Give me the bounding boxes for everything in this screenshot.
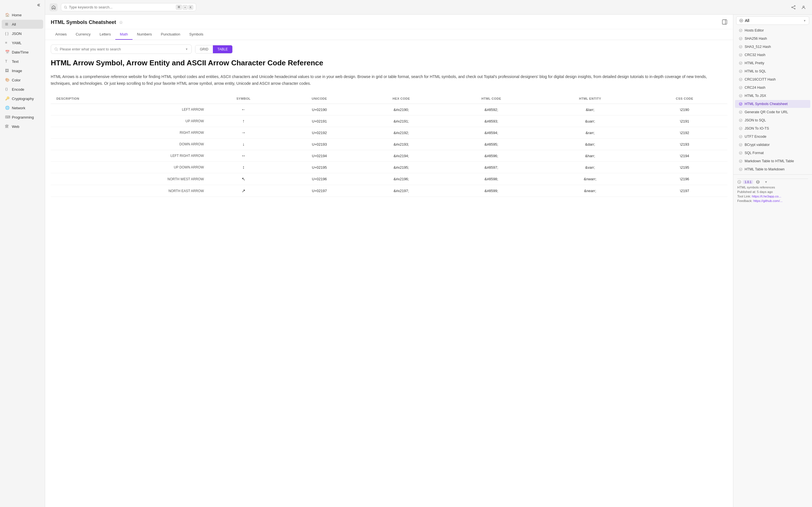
panel-category-dropdown[interactable]: All ▼ (736, 16, 809, 25)
panel-item-html-to-sql[interactable]: HTML to SQL (735, 67, 810, 75)
tab-currency[interactable]: Currency (71, 29, 95, 40)
sidebar-item-home[interactable]: 🏠Home (2, 10, 43, 19)
panel-dropdown-arrow: ▼ (803, 19, 806, 22)
panel-item-sha3-512[interactable]: SHA3_512 Hash (735, 43, 810, 51)
sidebar-item-programming[interactable]: ⌨Programming (2, 113, 43, 122)
panel-item-json-to-sql[interactable]: JSON to SQL (735, 116, 810, 124)
grid-view-button[interactable]: GRID (195, 45, 213, 53)
feedback-url[interactable]: https://github.com/... (753, 199, 783, 203)
panel-item-bcrypt[interactable]: BCrypt validator (735, 141, 810, 149)
sidebar-item-datetime[interactable]: 📅Date/Time (2, 48, 43, 57)
sidebar-item-cryptography[interactable]: 🔑Cryptography (2, 94, 43, 103)
tool-description: HTML symbols references (737, 186, 808, 189)
sidebar-label-home: Home (12, 13, 22, 17)
sidebar-item-color[interactable]: 🎨Color (2, 75, 43, 84)
panel-item-html-to-md-table[interactable]: HTML Table to Markdown (735, 165, 810, 173)
sidebar-item-json[interactable]: { }JSON (2, 29, 43, 38)
svg-point-1 (795, 5, 795, 6)
panel-item-icon (739, 102, 742, 106)
tool-link-row: Tool Link: https://t.he3app.co... (737, 194, 808, 198)
table-cell-code: &rarr; (539, 127, 642, 138)
sidebar-icon-network: 🌐 (5, 106, 10, 110)
table-row[interactable]: RIGHT ARROW→U+02192&#x2192;&#8594;&rarr;… (51, 127, 727, 138)
tab-symbols[interactable]: Symbols (185, 29, 208, 40)
topbar-search-input[interactable] (69, 5, 174, 9)
table-cell-code: U+02191 (280, 115, 358, 127)
panel-expand-button[interactable]: ▼ (764, 180, 767, 184)
tabs-bar: ArrowsCurrencyLettersMathNumbersPunctuat… (45, 29, 733, 40)
share-button[interactable] (790, 3, 797, 11)
content-search-bar[interactable]: ▼ (51, 45, 192, 54)
panel-item-label: BCrypt validator (745, 143, 770, 147)
table-row[interactable]: UP ARROW↑U+02191&#x2191;&#8593;&uarr;\21… (51, 115, 727, 127)
panel-item-sql-format[interactable]: SQL Format (735, 149, 810, 157)
panel-item-icon (739, 127, 742, 130)
panel-toggle-button[interactable] (722, 19, 727, 25)
sidebar-item-network[interactable]: 🌐Network (2, 103, 43, 112)
panel-item-html-symbols[interactable]: HTML Symbols Cheatsheet (735, 100, 810, 108)
panel-item-crc32[interactable]: CRC32 Hash (735, 51, 810, 59)
table-row[interactable]: DOWN ARROW↓U+02193&#x2193;&#8595;&darr;\… (51, 138, 727, 150)
panel-item-label: CRC24 Hash (745, 86, 765, 90)
search-view-row: ▼ GRID TABLE (45, 40, 733, 58)
sidebar-item-all[interactable]: ⊞All (2, 20, 43, 29)
table-row[interactable]: UP DOWN ARROW↕U+02195&#x2195;&#8597;&var… (51, 162, 727, 173)
table-cell-code: &#x2191; (358, 115, 444, 127)
panel-item-hosts-editor[interactable]: Hosts Editor (735, 26, 810, 34)
content-search-icon (54, 47, 58, 51)
content-search-input[interactable] (60, 47, 184, 51)
sidebar-icon-all: ⊞ (5, 22, 10, 26)
panel-item-html-pretty[interactable]: HTML Pretty (735, 59, 810, 67)
table-view-button[interactable]: TABLE (213, 45, 232, 53)
panel-item-md-to-html-table[interactable]: Markdown Table to HTML Table (735, 157, 810, 165)
topbar-search-bar[interactable]: ⌘ + K (61, 3, 196, 11)
account-button[interactable] (800, 3, 808, 11)
panel-item-sha256[interactable]: SHA256 Hash (735, 35, 810, 43)
table-row[interactable]: LEFT ARROW←U+02190&#x2190;&#8592;&larr;\… (51, 104, 727, 115)
panel-item-crc16ccitt[interactable]: CRC16CCITT Hash (735, 75, 810, 83)
published-date: Published at: 5 days ago (737, 190, 808, 193)
tab-arrows[interactable]: Arrows (51, 29, 71, 40)
table-row[interactable]: LEFT RIGHT ARROW↔U+02194&#x2194;&#8596;&… (51, 150, 727, 162)
panel-item-utf7-encode[interactable]: UTF7 Encode (735, 133, 810, 140)
favorite-button[interactable]: ☆ (119, 20, 123, 25)
table-header-html-entity: HTML ENTITY (539, 94, 642, 104)
topbar: ⌘ + K (45, 0, 812, 15)
table-row[interactable]: NORTH WEST ARROW↖U+02196&#x2196;&#8598;&… (51, 173, 727, 185)
panel-toggle-icon (722, 19, 727, 25)
panel-item-crc24[interactable]: CRC24 Hash (735, 83, 810, 92)
table-cell-code: \2193 (642, 138, 727, 150)
panel-item-label: HTML Symbols Cheatsheet (745, 102, 788, 106)
panel-item-label: SQL Format (745, 151, 764, 155)
table-header-css-code: CSS CODE (642, 94, 727, 104)
kbd-cmd: ⌘ (176, 5, 182, 10)
panel-item-json-to-io-ts[interactable]: JSON To IO-TS (735, 124, 810, 132)
table-cell-code: &#8592; (444, 104, 539, 115)
sidebar-item-encode[interactable]: ⟨⟩Encode (2, 85, 43, 94)
table-row[interactable]: NORTH EAST ARROW↗U+02197&#x2197;&#8599;&… (51, 185, 727, 197)
sidebar-icon-web: 🕸 (5, 124, 10, 129)
sidebar-icon-home: 🏠 (5, 13, 10, 17)
tab-punctuation[interactable]: Punctuation (156, 29, 185, 40)
sidebar-item-yaml[interactable]: ≡YAML (2, 38, 43, 47)
sidebar-item-text[interactable]: TText (2, 57, 43, 66)
table-header-description: DESCRIPTION (51, 94, 207, 104)
sidebar-item-image[interactable]: 🖼Image (2, 66, 43, 75)
tool-link-url[interactable]: https://t.he3app.co... (752, 194, 781, 198)
table-header-hex-code: HEX CODE (358, 94, 444, 104)
table-cell-code: U+02193 (280, 138, 358, 150)
sidebar-label-programming: Programming (12, 115, 34, 119)
collapse-icon (37, 3, 42, 7)
table-cell-description: DOWN ARROW (51, 138, 207, 150)
page-header: HTML Symbols Cheatsheet ☆ (45, 15, 733, 29)
home-button[interactable] (50, 3, 57, 11)
panel-item-icon (739, 86, 742, 89)
sidebar-item-web[interactable]: 🕸Web (2, 122, 43, 131)
tab-math[interactable]: Math (115, 29, 133, 40)
tab-letters[interactable]: Letters (95, 29, 115, 40)
panel-item-html-to-jsx[interactable]: HTML To JSX (735, 92, 810, 100)
sidebar-collapse-button[interactable] (0, 0, 45, 10)
tab-numbers[interactable]: Numbers (133, 29, 156, 40)
page-title: HTML Symbols Cheatsheet (51, 19, 116, 25)
panel-item-generate-qr[interactable]: Generate QR Code for URL (735, 108, 810, 116)
